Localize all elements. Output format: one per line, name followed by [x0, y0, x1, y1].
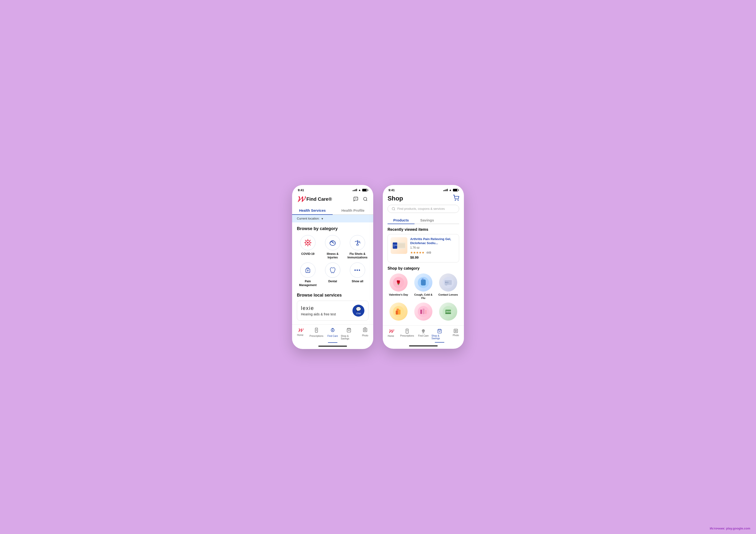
bottom-nav-1: 𝓦 Home Prescriptions	[292, 324, 373, 345]
find-care-header: 𝓦 Find Care®	[292, 193, 373, 204]
shop-cat-vitamins[interactable]	[388, 302, 410, 322]
scene: 9:41 ▲ 𝓦 Find Care®	[292, 185, 464, 349]
shop-cat-cough[interactable]: Cough, Cold & Flu	[412, 273, 434, 300]
home-w-icon-2: 𝓦	[389, 328, 393, 334]
shop-icon-1	[346, 328, 351, 334]
status-icons-2: ▲	[444, 188, 458, 192]
category-dental[interactable]: Dental	[322, 263, 344, 287]
nav-shop-label-1: Shop & Savings	[341, 335, 357, 340]
cart-icon[interactable]	[453, 195, 459, 202]
search-placeholder: Find products, coupons & services	[397, 207, 445, 211]
svg-text:Generi: Generi	[446, 311, 451, 313]
phone-shop: 9:41 ▲ Shop	[383, 185, 464, 349]
svg-rect-59	[423, 309, 424, 314]
nav-prescriptions-2[interactable]: Prescriptions	[399, 328, 415, 341]
nav-prescriptions-1[interactable]: Prescriptions	[308, 327, 325, 341]
svg-rect-42	[397, 243, 405, 248]
lexie-card[interactable]: lexie Hearing aids & free test 💬 Chat	[297, 301, 368, 321]
home-indicator-1	[318, 346, 347, 347]
category-show-all[interactable]: ••• Show all	[346, 263, 368, 287]
nav-photo-1[interactable]: Photo	[357, 327, 373, 341]
chat-btn-icon: 💬	[356, 307, 361, 312]
wifi-icon-1: ▲	[358, 188, 361, 192]
shop-cat-generic[interactable]: Generi	[437, 302, 459, 322]
battery-fill-1	[363, 189, 366, 191]
pain-icon-circle	[300, 263, 315, 278]
cough-circle	[414, 273, 432, 292]
bottom-nav-2: 𝓦 Home Prescriptions Find Care	[383, 325, 464, 344]
nav-shop-2[interactable]: Shop & Savings	[431, 328, 448, 341]
find-care-icon-2	[421, 328, 426, 334]
lexie-logo: lexie	[301, 305, 336, 311]
svg-line-16	[333, 241, 334, 241]
nav-photo-label-2: Photo	[453, 334, 459, 337]
nav-home-label-2: Home	[388, 335, 394, 337]
find-care-tabs: Health Services Health Profile	[292, 206, 373, 215]
svg-text:🌹: 🌹	[396, 280, 401, 285]
walgreens-logo: 𝓦 Find Care®	[297, 195, 332, 204]
shop-content: Recently viewed items Diclofenac Gel Art…	[383, 224, 464, 325]
nav-find-care-2[interactable]: Find Care	[415, 328, 431, 341]
shop-search-bar[interactable]: Find products, coupons & services	[388, 205, 459, 213]
status-icons-1: ▲	[353, 188, 367, 192]
tab-products[interactable]: Products	[388, 216, 415, 224]
product-name: Arthritis Pain Relieving Gel, Diclofenac…	[410, 237, 456, 245]
valentines-label: Valentine's Day	[389, 293, 408, 296]
shop-cat-contact[interactable]: RIO cup Contact Lenses	[437, 273, 459, 300]
signal-2	[444, 189, 448, 191]
category-illness[interactable]: Illness & Injuries	[322, 235, 344, 260]
svg-rect-56	[396, 311, 397, 315]
svg-rect-32	[364, 328, 367, 332]
nav-home-label-1: Home	[297, 334, 304, 336]
location-dropdown-arrow[interactable]: ▾	[321, 217, 323, 220]
home-w-icon-1: 𝓦	[298, 328, 303, 333]
bar1-2	[444, 190, 444, 191]
svg-rect-58	[420, 310, 422, 314]
product-price: $8.99	[410, 256, 456, 259]
dental-label: Dental	[328, 280, 337, 283]
product-rating: ★★★★★ 449	[410, 250, 456, 255]
show-all-icon-circle: •••	[350, 263, 365, 278]
generic-circle: Generi	[439, 302, 457, 321]
category-flu[interactable]: Flu Shots & Immunizations	[346, 235, 368, 260]
contact-label: Contact Lenses	[438, 293, 458, 296]
nav-photo-2[interactable]: Photo	[448, 328, 464, 341]
valentines-circle: 🌹	[390, 273, 408, 292]
chat-icon[interactable]	[353, 196, 359, 202]
product-card[interactable]: Diclofenac Gel Arthritis Pain Relieving …	[388, 234, 459, 263]
nav-prescriptions-label-1: Prescriptions	[310, 335, 323, 337]
nav-find-care-label-1: Find Care	[327, 335, 338, 337]
signal-1	[353, 189, 357, 191]
bar3-2	[446, 189, 446, 191]
nav-find-care-1[interactable]: Find Care	[325, 327, 341, 341]
find-care-content: Browse by category	[292, 222, 373, 324]
chat-btn-label: Chat	[356, 312, 361, 315]
recently-viewed-title: Recently viewed items	[388, 227, 459, 232]
svg-point-5	[307, 242, 309, 243]
location-bar[interactable]: Current location: ▾	[292, 215, 373, 222]
nav-home-1[interactable]: 𝓦 Home	[292, 327, 308, 341]
nav-shop-1[interactable]: Shop & Savings	[341, 327, 357, 341]
svg-point-33	[364, 329, 366, 331]
svg-rect-60	[425, 310, 427, 314]
product-size: 1.76 oz	[410, 246, 456, 249]
svg-text:RIO: RIO	[445, 281, 449, 284]
shop-cat-valentines[interactable]: 🌹 Valentine's Day	[388, 273, 410, 300]
nav-home-2[interactable]: 𝓦 Home	[383, 328, 399, 341]
svg-point-35	[458, 200, 458, 200]
svg-point-36	[392, 207, 395, 210]
search-icon[interactable]	[362, 196, 368, 202]
tab-health-profile[interactable]: Health Profile	[333, 206, 373, 214]
bar4	[356, 189, 357, 191]
category-pain[interactable]: Pain Management	[297, 263, 319, 287]
tab-savings[interactable]: Savings	[415, 216, 440, 224]
chat-button[interactable]: 💬 Chat	[352, 305, 364, 317]
category-covid[interactable]: COVID-19	[297, 235, 319, 260]
shop-cat-beauty[interactable]	[412, 302, 434, 322]
show-all-label: Show all	[352, 280, 364, 283]
status-bar-1: 9:41 ▲	[292, 185, 373, 193]
covid-label: COVID-19	[301, 252, 314, 256]
cough-label: Cough, Cold & Flu	[412, 293, 434, 300]
svg-text:cup: cup	[445, 284, 447, 285]
tab-health-services[interactable]: Health Services	[292, 206, 333, 214]
